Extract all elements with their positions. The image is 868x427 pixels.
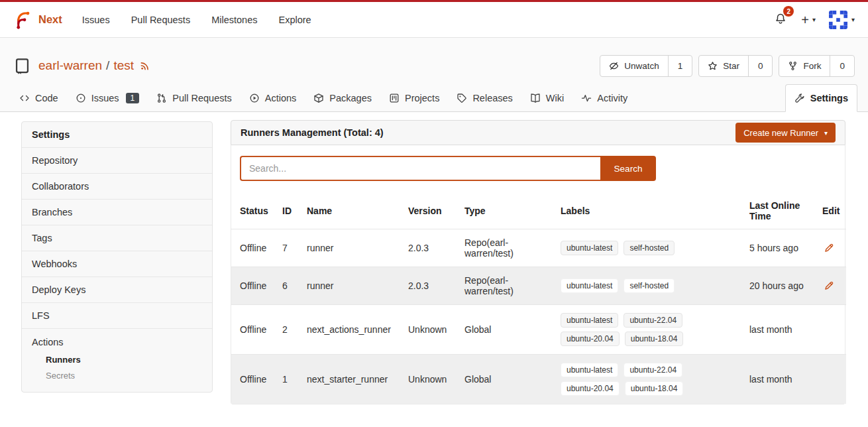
runner-labels: ubuntu-latestself-hosted xyxy=(552,229,741,267)
sidebar-item-collaborators[interactable]: Collaborators xyxy=(22,173,212,199)
main-content: Settings RepositoryCollaboratorsBranches… xyxy=(0,112,868,427)
table-row: Offline1next_starter_runnerUnknownGlobal… xyxy=(231,355,846,404)
runner-label: ubuntu-latest xyxy=(561,363,618,377)
repo-owner-link[interactable]: earl-warren xyxy=(38,58,102,73)
repo-header-section: earl-warren / test Unwatch1Star0Fork0 Co… xyxy=(0,38,868,112)
runner-label: ubuntu-22.04 xyxy=(624,363,682,377)
unwatch-label: Unwatch xyxy=(624,61,659,71)
tab-pull-requests[interactable]: Pull Requests xyxy=(148,84,240,111)
unwatch-button[interactable]: Unwatch xyxy=(600,56,669,76)
sidebar-item-tags[interactable]: Tags xyxy=(22,225,212,251)
pulse-icon xyxy=(581,93,592,103)
search-input[interactable] xyxy=(240,156,600,181)
fork-button[interactable]: Fork xyxy=(779,56,830,76)
tab-actions[interactable]: Actions xyxy=(241,84,305,111)
plus-icon: + xyxy=(801,13,809,27)
sidebar-subitem-runners[interactable]: Runners xyxy=(22,352,212,368)
tab-releases-label: Releases xyxy=(472,93,512,103)
tab-issues[interactable]: Issues1 xyxy=(67,84,148,111)
runner-labels: ubuntu-latestubuntu-22.04ubuntu-20.04ubu… xyxy=(552,305,741,355)
runner-version: 2.0.3 xyxy=(400,229,456,267)
navbar-item-pull-requests[interactable]: Pull Requests xyxy=(121,15,201,25)
tab-releases[interactable]: Releases xyxy=(448,84,521,111)
navbar-item-issues[interactable]: Issues xyxy=(72,15,121,25)
play-circle-icon xyxy=(249,93,260,103)
repo-header: earl-warren / test Unwatch1Star0Fork0 xyxy=(0,38,868,82)
runner-label: ubuntu-20.04 xyxy=(561,381,620,396)
user-menu-button[interactable]: ▾ xyxy=(829,11,855,29)
col-last-online-time: Last Online Time xyxy=(741,193,814,229)
unwatch-button-group: Unwatch1 xyxy=(600,55,692,77)
tab-activity[interactable]: Activity xyxy=(572,84,636,111)
package-icon xyxy=(313,93,324,103)
star-button[interactable]: Star xyxy=(699,56,749,76)
brand-label[interactable]: Next xyxy=(38,13,62,26)
create-runner-button[interactable]: Create new Runner ▾ xyxy=(735,123,836,143)
tab-wiki[interactable]: Wiki xyxy=(521,84,572,111)
runner-version: 2.0.3 xyxy=(400,267,456,305)
star-label: Star xyxy=(723,61,739,71)
tab-activity-label: Activity xyxy=(597,93,627,103)
navbar-item-explore[interactable]: Explore xyxy=(268,15,321,25)
notifications-button[interactable]: 2 xyxy=(773,11,788,28)
runner-type: Global xyxy=(456,355,552,404)
sidebar-item-repository[interactable]: Repository xyxy=(22,147,212,173)
runner-id: 1 xyxy=(274,355,298,404)
notification-badge: 2 xyxy=(783,6,794,17)
repo-title: earl-warren / test xyxy=(38,58,150,73)
tab-code[interactable]: Code xyxy=(11,84,67,111)
runner-label: self-hosted xyxy=(624,241,675,255)
fork-icon xyxy=(788,61,798,71)
runner-label: self-hosted xyxy=(624,278,675,293)
runner-last-online: last month xyxy=(741,355,814,404)
runner-labels: ubuntu-latestubuntu-22.04ubuntu-20.04ubu… xyxy=(552,355,741,404)
tab-settings[interactable]: Settings xyxy=(785,84,857,112)
star-icon xyxy=(708,61,718,71)
forgejo-logo-icon[interactable] xyxy=(13,10,33,30)
runners-panel: Runners Management (Total: 4) Create new… xyxy=(231,120,845,404)
tab-packages[interactable]: Packages xyxy=(305,84,380,111)
unwatch-count[interactable]: 1 xyxy=(669,56,692,76)
code-icon xyxy=(19,93,30,103)
navbar-links: IssuesPull RequestsMilestonesExplore xyxy=(72,15,322,25)
col-version: Version xyxy=(400,193,456,229)
sidebar-item-actions[interactable]: Actions xyxy=(22,336,212,352)
runner-edit-cell xyxy=(814,355,846,404)
runner-version: Unknown xyxy=(400,355,456,404)
runner-label: ubuntu-latest xyxy=(561,241,618,255)
project-icon xyxy=(389,93,400,103)
runner-name: runner xyxy=(298,229,400,267)
rss-icon[interactable] xyxy=(140,61,150,71)
search-button[interactable]: Search xyxy=(600,156,656,181)
settings-sidebar: Settings RepositoryCollaboratorsBranches… xyxy=(21,121,213,393)
sidebar-item-branches[interactable]: Branches xyxy=(22,199,212,225)
tab-pull-requests-label: Pull Requests xyxy=(172,93,231,103)
tools-icon xyxy=(794,93,805,103)
navbar-item-milestones[interactable]: Milestones xyxy=(201,15,268,25)
fork-count[interactable]: 0 xyxy=(830,56,854,76)
star-count[interactable]: 0 xyxy=(749,56,773,76)
runner-label: ubuntu-latest xyxy=(561,313,618,328)
tab-projects[interactable]: Projects xyxy=(380,84,448,111)
sidebar-actions-subitems: RunnersSecrets xyxy=(22,352,212,384)
runner-label: ubuntu-18.04 xyxy=(625,381,684,396)
edit-runner-button[interactable] xyxy=(822,279,836,292)
search-row: Search xyxy=(231,145,845,193)
runner-id: 6 xyxy=(274,267,298,305)
runner-labels: ubuntu-latestself-hosted xyxy=(552,267,741,305)
sidebar-item-lfs[interactable]: LFS xyxy=(22,302,212,328)
sidebar-item-webhooks[interactable]: Webhooks xyxy=(22,251,212,276)
repo-name-link[interactable]: test xyxy=(113,58,134,73)
issues-count-badge: 1 xyxy=(126,93,140,103)
table-header-row: StatusIDNameVersionTypeLabelsLast Online… xyxy=(231,193,846,229)
sidebar-item-deploy-keys[interactable]: Deploy Keys xyxy=(22,276,212,302)
sidebar-subitem-secrets[interactable]: Secrets xyxy=(22,368,212,384)
tab-wiki-label: Wiki xyxy=(546,93,564,103)
create-menu-button[interactable]: + ▾ xyxy=(801,13,816,27)
eye-slash-icon xyxy=(609,61,619,71)
top-navbar: Next IssuesPull RequestsMilestonesExplor… xyxy=(0,0,868,38)
navbar-right: 2 + ▾ ▾ xyxy=(773,11,855,29)
chevron-down-icon: ▾ xyxy=(812,16,816,23)
edit-runner-button[interactable] xyxy=(822,241,836,255)
col-status: Status xyxy=(231,193,274,229)
